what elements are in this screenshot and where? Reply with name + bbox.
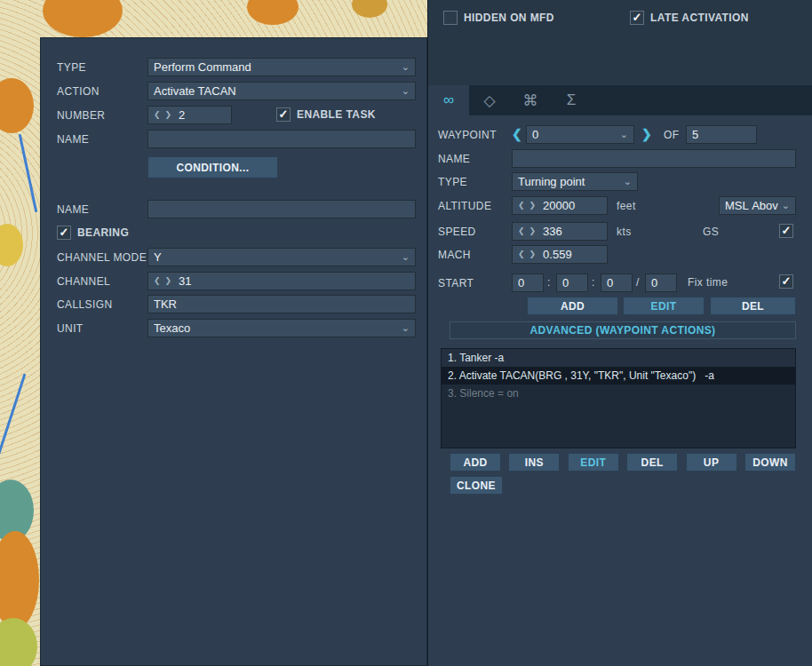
channel-mode-dropdown[interactable]: Y ⌄: [147, 248, 416, 266]
wp-type-value: Turning point: [518, 173, 620, 190]
action-add-button[interactable]: ADD: [450, 453, 501, 472]
name-label: NAME: [57, 133, 89, 147]
wp-type-dropdown[interactable]: Turning point ⌄: [512, 172, 638, 191]
type-label: TYPE: [57, 61, 86, 75]
waypoint-edit-button[interactable]: EDIT: [623, 297, 705, 315]
action-down-button[interactable]: DOWN: [744, 453, 796, 472]
unit-dropdown[interactable]: Texaco ⌄: [147, 319, 416, 337]
unit-value: Texaco: [154, 320, 398, 337]
decrement-icon[interactable]: ❮: [154, 273, 161, 289]
altitude-stepper[interactable]: ❮ ❯ 20000: [512, 196, 608, 215]
speed-stepper[interactable]: ❮ ❯ 336: [512, 222, 608, 241]
gs-checkbox[interactable]: ✓: [779, 224, 793, 238]
start-minutes-input[interactable]: [556, 274, 588, 292]
condition-button[interactable]: CONDITION...: [147, 156, 278, 178]
type-dropdown[interactable]: Perform Command ⌄: [147, 58, 416, 76]
chevron-down-icon: ⌄: [402, 83, 410, 99]
mach-label: MACH: [438, 249, 471, 262]
late-activation-checkbox[interactable]: ✓: [630, 11, 644, 25]
decrement-icon[interactable]: ❮: [518, 197, 525, 214]
tab-perimeter[interactable]: ◇: [469, 85, 510, 115]
action-up-button[interactable]: UP: [686, 453, 737, 472]
increment-icon[interactable]: ❯: [165, 107, 172, 123]
waypoint-next-icon[interactable]: ❯: [641, 125, 652, 144]
tab-summary[interactable]: Σ: [551, 85, 592, 115]
channel-label: CHANNEL: [57, 275, 110, 289]
unit-label: UNIT: [57, 322, 84, 336]
action-del-button[interactable]: DEL: [626, 453, 678, 472]
list-item-selected[interactable]: 2. Activate TACAN(BRG , 31Y, "TKR", Unit…: [442, 367, 795, 385]
action-ins-button[interactable]: INS: [508, 453, 560, 472]
altitude-ref-value: MSL: [725, 197, 749, 214]
name2-input[interactable]: [147, 200, 416, 218]
mach-stepper[interactable]: ❮ ❯ 0.559: [512, 245, 608, 264]
wp-name-label: NAME: [438, 153, 470, 166]
type-value: Perform Command: [154, 59, 398, 75]
day-separator: /: [636, 276, 640, 289]
fix-time-label: Fix time: [688, 276, 728, 289]
channel-stepper[interactable]: ❮ ❯ 31: [147, 272, 416, 290]
command-icon: ⌘: [523, 91, 538, 110]
list-item[interactable]: 3. Silence = on: [442, 385, 795, 402]
of-label: OF: [664, 129, 679, 142]
waypoint-del-button[interactable]: DEL: [710, 297, 796, 315]
decrement-icon[interactable]: ❮: [518, 246, 525, 263]
chevron-down-icon: ⌄: [402, 59, 410, 75]
name2-label: NAME: [57, 203, 89, 217]
tab-route[interactable]: ∞: [428, 85, 469, 115]
name-input[interactable]: [147, 130, 416, 148]
enable-task-checkbox[interactable]: ✓: [276, 107, 291, 122]
altitude-ref-mode-value: Abov: [749, 197, 778, 214]
time-separator: :: [592, 276, 595, 289]
check-icon: ✓: [782, 274, 792, 288]
waypoint-label: WAYPOINT: [438, 129, 497, 142]
actions-button-row: ADD INS EDIT DEL UP DOWN: [450, 453, 796, 472]
mach-value: 0.559: [543, 246, 572, 263]
start-seconds-input[interactable]: [601, 274, 633, 292]
chevron-down-icon: ⌄: [620, 126, 628, 143]
chevron-down-icon: ⌄: [402, 249, 410, 266]
altitude-ref-dropdown[interactable]: MSL Abov ⌄: [719, 196, 796, 215]
bearing-checkbox[interactable]: ✓: [57, 226, 71, 240]
increment-icon[interactable]: ❯: [529, 223, 537, 240]
waypoint-add-button[interactable]: ADD: [527, 297, 618, 315]
action-edit-button[interactable]: EDIT: [568, 453, 619, 472]
callsign-input[interactable]: [147, 295, 416, 313]
start-day-input[interactable]: [645, 274, 677, 292]
speed-value: 336: [543, 223, 562, 240]
action-dropdown[interactable]: Activate TACAN ⌄: [147, 82, 416, 100]
chevron-down-icon: ⌄: [402, 320, 410, 337]
action-label: ACTION: [57, 85, 100, 99]
increment-icon[interactable]: ❯: [529, 197, 537, 214]
check-icon: ✓: [633, 11, 642, 24]
action-value: Activate TACAN: [154, 83, 398, 99]
hidden-on-mfd-label: HIDDEN ON MFD: [464, 12, 554, 25]
fix-time-checkbox[interactable]: ✓: [779, 274, 793, 289]
chevron-down-icon: ⌄: [624, 173, 632, 190]
check-icon: ✓: [279, 107, 289, 121]
start-hours-input[interactable]: [512, 274, 544, 292]
decrement-icon[interactable]: ❮: [154, 107, 161, 123]
sigma-icon: Σ: [567, 91, 577, 109]
speed-label: SPEED: [438, 226, 476, 239]
increment-icon[interactable]: ❯: [529, 246, 537, 263]
list-item[interactable]: 1. Tanker -a: [442, 349, 795, 367]
waypoint-prev-icon[interactable]: ❮: [512, 125, 522, 144]
goggles-icon: ∞: [443, 91, 454, 109]
channel-mode-label: CHANNEL MODE: [57, 251, 147, 265]
task-edit-panel: TYPE Perform Command ⌄ ACTION Activate T…: [40, 37, 427, 666]
increment-icon[interactable]: ❯: [165, 273, 172, 289]
group-tab-bar: ∞ ◇ ⌘ Σ: [428, 85, 812, 115]
waypoint-total-input[interactable]: [686, 125, 757, 144]
number-stepper[interactable]: ❮ ❯ 2: [147, 106, 232, 124]
start-label: START: [438, 277, 474, 290]
advanced-waypoint-actions-button[interactable]: ADVANCED (WAYPOINT ACTIONS): [450, 321, 796, 339]
decrement-icon[interactable]: ❮: [518, 223, 525, 240]
action-clone-button[interactable]: CLONE: [450, 476, 503, 495]
wp-name-input[interactable]: [512, 149, 796, 168]
chevron-down-icon: ⌄: [782, 197, 790, 214]
hidden-on-mfd-checkbox[interactable]: [443, 11, 458, 25]
tab-actions[interactable]: ⌘: [510, 85, 551, 115]
waypoint-dropdown[interactable]: 0 ⌄: [526, 125, 634, 144]
bearing-label: BEARING: [77, 226, 129, 240]
